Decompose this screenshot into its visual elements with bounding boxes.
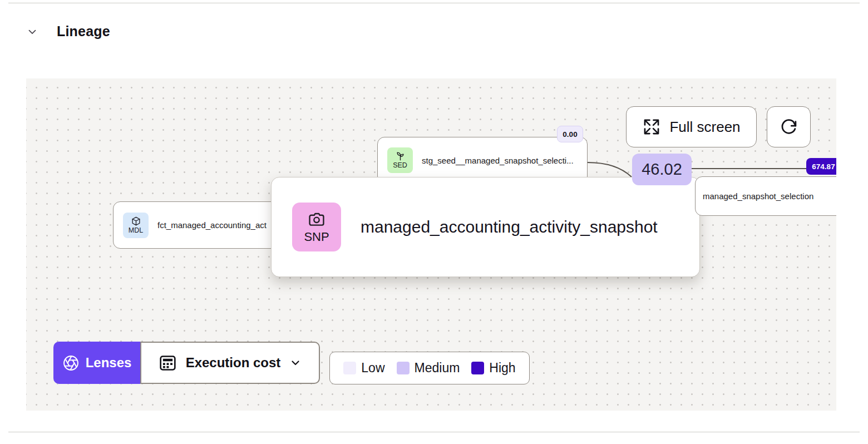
legend-label: High <box>489 361 515 376</box>
chevron-down-icon <box>289 356 302 369</box>
seed-icon: SED <box>387 147 413 173</box>
node-full-name: managed_accounting_activity_snapshot <box>361 218 658 236</box>
aperture-icon <box>62 354 80 372</box>
refresh-icon <box>780 118 798 136</box>
resource-type-code: SNP <box>304 230 329 243</box>
resource-type-code: MDL <box>129 227 143 234</box>
legend-item-low: Low <box>343 361 384 376</box>
node-label: stg_seed__managed_snapshot_selecti... <box>422 156 574 165</box>
page-title: Lineage <box>57 23 110 40</box>
legend-label: Low <box>361 361 384 376</box>
bottom-divider <box>8 431 860 433</box>
lens-bar: Lenses Execution cost <box>53 342 320 384</box>
full-screen-button[interactable]: Full screen <box>626 106 757 147</box>
lenses-button[interactable]: Lenses <box>53 342 140 384</box>
legend-swatch-medium <box>397 362 410 374</box>
cube-icon: MDL <box>123 213 149 238</box>
cost-badge-snapshot: 46.02 <box>632 154 692 185</box>
expand-icon <box>642 117 661 136</box>
legend-swatch-low <box>343 362 356 374</box>
legend-item-medium: Medium <box>397 361 460 376</box>
legend-label: Medium <box>415 361 460 376</box>
lenses-label: Lenses <box>86 355 132 371</box>
node-label: fct_managed_accounting_act <box>157 220 267 230</box>
cost-badge-selection: 674.87 <box>806 158 836 175</box>
lineage-canvas[interactable]: SED stg_seed__managed_snapshot_selecti..… <box>26 78 836 411</box>
full-screen-label: Full screen <box>669 119 740 136</box>
legend-item-high: High <box>471 361 515 376</box>
node-snapshot-hover-card[interactable]: SNP managed_accounting_activity_snapshot <box>271 177 700 277</box>
node-managed-snapshot-selection[interactable]: managed_snapshot_selection <box>695 176 836 216</box>
selected-lens-label: Execution cost <box>186 355 281 371</box>
lineage-page: Lineage SED stg_seed__managed_snapshot_s… <box>0 0 868 444</box>
chevron-down-icon[interactable] <box>26 26 38 38</box>
lens-selector-dropdown[interactable]: Execution cost <box>140 342 320 384</box>
lens-table-icon <box>158 353 177 373</box>
resource-type-code: SED <box>393 162 407 169</box>
cost-legend: Low Medium High <box>329 352 530 384</box>
refresh-button[interactable] <box>767 106 811 147</box>
section-header: Lineage <box>26 23 110 40</box>
cost-badge-seed: 0.00 <box>557 126 583 142</box>
node-label: managed_snapshot_selection <box>703 191 813 201</box>
node-fct-model[interactable]: MDL fct_managed_accounting_act <box>113 201 280 249</box>
top-divider <box>8 2 860 4</box>
legend-swatch-high <box>471 362 484 374</box>
camera-icon: SNP <box>292 203 341 251</box>
